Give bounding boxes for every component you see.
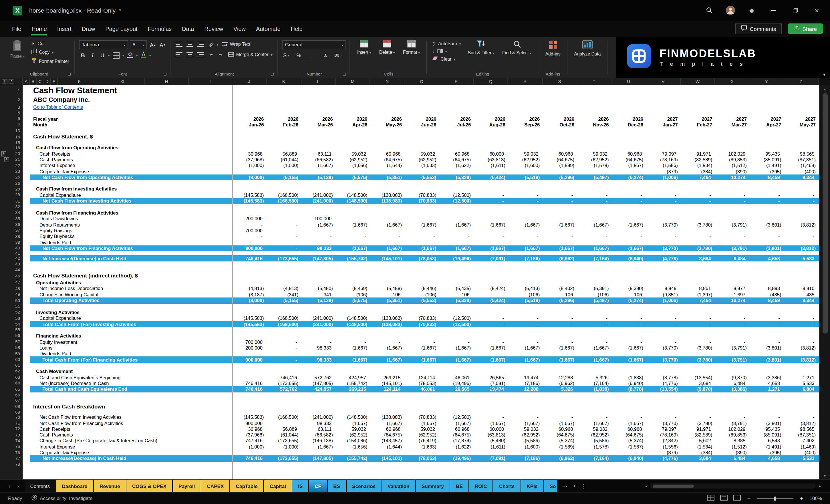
row-number[interactable]: 55 xyxy=(0,327,23,333)
cell[interactable]: (147,805) xyxy=(301,380,336,386)
cell[interactable]: Dec-26 xyxy=(612,122,646,128)
cell[interactable]: (78,053) xyxy=(405,380,439,386)
coming-soon-icon[interactable]: ◆ xyxy=(746,5,757,15)
cell[interactable]: 2027 xyxy=(681,116,715,122)
cell[interactable]: (241,000) xyxy=(301,321,336,327)
cell[interactable]: 269,215 xyxy=(370,374,405,380)
sheet-tab-revenue[interactable]: Revenue xyxy=(94,480,126,492)
cell[interactable]: (5,374) xyxy=(543,438,577,444)
row-number[interactable]: 16 xyxy=(0,145,23,151)
cell[interactable] xyxy=(23,198,30,204)
cell[interactable]: (5,575) xyxy=(336,297,371,304)
outline-level-1-button[interactable]: 1 xyxy=(2,78,7,84)
cell[interactable]: - xyxy=(715,216,749,222)
column-header-T[interactable]: T xyxy=(577,78,612,85)
cell[interactable]: - xyxy=(508,233,543,240)
cell[interactable]: (1,667) xyxy=(336,357,371,363)
cell[interactable]: 56,889 xyxy=(267,151,301,157)
cell[interactable]: - xyxy=(370,233,405,240)
cell[interactable]: - xyxy=(784,198,819,204)
font-name-select[interactable]: Tahoma▾ xyxy=(79,40,128,49)
cell[interactable]: - xyxy=(439,216,474,222)
column-header-Q[interactable]: Q xyxy=(474,78,508,85)
cell[interactable]: - xyxy=(543,339,577,345)
cell[interactable]: - xyxy=(749,321,784,327)
cell[interactable]: 2026 xyxy=(474,116,508,122)
cell[interactable]: (106) xyxy=(405,291,439,297)
cell[interactable]: (379) xyxy=(646,450,681,456)
cell[interactable]: (3,780) xyxy=(681,357,715,363)
row-number[interactable]: 62 xyxy=(0,368,23,374)
page-layout-view-button[interactable] xyxy=(721,495,728,502)
cell[interactable]: - xyxy=(612,414,646,420)
cell[interactable]: (106) xyxy=(508,291,543,297)
cell[interactable]: - xyxy=(301,168,336,175)
cell[interactable]: (5,553) xyxy=(405,174,439,180)
cell[interactable]: 19,474 xyxy=(508,374,543,380)
cell[interactable]: - xyxy=(405,168,439,175)
cell[interactable]: 6,804 xyxy=(784,386,819,392)
merge-center-button[interactable]: Merge & Center▾ xyxy=(226,51,274,58)
cell[interactable]: (1,667) xyxy=(508,245,543,251)
cell[interactable]: 900,000 xyxy=(232,357,267,363)
cell[interactable]: (3,386) xyxy=(715,386,749,392)
row-number[interactable]: 23 xyxy=(0,168,23,175)
cell[interactable]: 5,326 xyxy=(577,374,612,380)
cell[interactable]: - xyxy=(681,321,715,327)
cell[interactable]: 269,215 xyxy=(336,386,371,392)
align-right-button[interactable] xyxy=(196,50,205,59)
cell[interactable] xyxy=(23,386,30,392)
cell[interactable]: (1,838) xyxy=(577,386,612,392)
row-number[interactable]: 40 xyxy=(0,245,23,251)
cell[interactable]: (1,600) xyxy=(508,162,543,168)
cell[interactable]: Feb-27 xyxy=(681,122,715,128)
row-number[interactable]: 52 xyxy=(0,309,23,315)
find-select-button[interactable]: Find & Select▾ xyxy=(499,39,535,57)
cell[interactable]: (1,667) xyxy=(439,357,474,363)
cell[interactable]: (147,805) xyxy=(301,255,336,261)
cell[interactable]: (5,155) xyxy=(267,297,301,304)
cell[interactable]: 341 xyxy=(301,291,336,297)
row-number[interactable]: 44 xyxy=(0,267,23,272)
horizontal-scrollbar[interactable]: ◂ ▸ xyxy=(645,483,830,489)
cell[interactable]: 8,910 xyxy=(784,286,819,292)
cell[interactable]: (62,952) xyxy=(336,157,371,163)
cell[interactable]: - xyxy=(543,216,577,222)
cell[interactable]: (7,164) xyxy=(577,455,612,461)
cell[interactable]: (1,667) xyxy=(543,357,577,363)
cell[interactable]: - xyxy=(508,240,543,245)
cell[interactable]: Oct-26 xyxy=(543,122,577,128)
italic-button[interactable]: I xyxy=(89,51,97,60)
row-number[interactable]: 47 xyxy=(0,280,23,286)
cell[interactable]: (168,500) xyxy=(267,414,301,420)
cell[interactable]: - xyxy=(267,216,301,222)
cell[interactable]: (3,812) xyxy=(784,420,819,426)
cell[interactable]: - xyxy=(336,168,371,175)
cell[interactable]: (5,424) xyxy=(474,174,508,180)
cell[interactable]: - xyxy=(577,198,612,204)
outline-level-2-button[interactable]: 2 xyxy=(8,78,14,84)
row-number[interactable]: 2 xyxy=(0,96,23,103)
sheet-tab-payroll[interactable]: Payroll xyxy=(173,480,200,492)
cell[interactable]: - xyxy=(577,321,612,327)
cell[interactable]: (146,138) xyxy=(301,438,336,444)
cell[interactable]: - xyxy=(474,198,508,204)
zoom-slider[interactable] xyxy=(757,498,794,499)
cell[interactable]: (3,801) xyxy=(749,222,784,228)
cell[interactable]: (6,940) xyxy=(612,380,646,386)
sheet-tab-bs[interactable]: BS xyxy=(327,480,346,492)
cell[interactable]: 7,464 xyxy=(681,297,715,304)
cell[interactable]: (5,274) xyxy=(612,297,646,304)
cell[interactable]: (1,667) xyxy=(336,245,371,251)
align-bottom-button[interactable] xyxy=(196,40,205,49)
cell[interactable]: - xyxy=(612,315,646,321)
cell[interactable]: (435) xyxy=(749,291,784,297)
cell[interactable]: (1,667) xyxy=(439,222,474,228)
cell[interactable]: - xyxy=(681,414,715,420)
row-number[interactable]: 42 xyxy=(0,255,23,261)
accessibility-status[interactable]: Accessibility: Investigate xyxy=(31,495,92,502)
cell[interactable]: - xyxy=(439,233,474,240)
cell[interactable]: (61,044) xyxy=(267,432,301,438)
scroll-up-arrow-icon[interactable]: ▴ xyxy=(824,86,826,92)
cell[interactable]: - xyxy=(784,321,819,327)
